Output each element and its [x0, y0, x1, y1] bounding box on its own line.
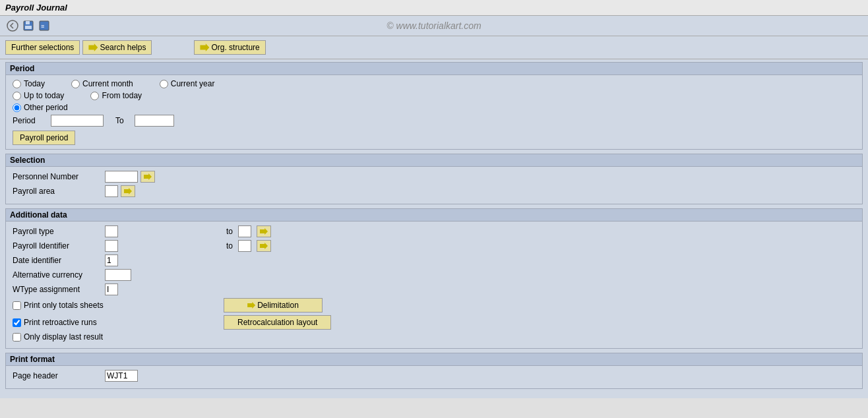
toolbar: ≡ © www.tutorialkart.com: [0, 16, 868, 36]
radio-current-month-label: Current month: [82, 79, 133, 88]
print-retroactive-left: Print retroactive runs: [13, 318, 224, 327]
personnel-number-row: Personnel Number: [13, 171, 855, 183]
personnel-number-arrow-btn[interactable]: [140, 171, 155, 183]
date-identifier-input[interactable]: [105, 254, 118, 266]
svg-point-0: [7, 20, 18, 31]
payroll-identifier-label: Payroll Identifier: [13, 241, 105, 251]
svg-rect-2: [26, 21, 30, 24]
further-selections-tab[interactable]: Further selections: [5, 40, 80, 55]
title-bar: Payroll Journal: [0, 0, 868, 16]
delimitation-label: Delimitation: [257, 301, 299, 310]
retrocalculation-label: Retrocalculation layout: [237, 318, 317, 327]
radio-from-today-input[interactable]: [90, 92, 99, 100]
back-icon[interactable]: [5, 18, 20, 33]
radio-today[interactable]: Today: [13, 79, 45, 88]
only-display-last-container: Only display last result: [13, 332, 103, 342]
payroll-type-to-label: to: [226, 227, 233, 236]
radio-today-input[interactable]: [13, 80, 21, 88]
radio-other-period[interactable]: Other period: [13, 103, 68, 112]
date-identifier-row: Date identifier: [13, 254, 855, 266]
period-label: Period: [13, 116, 46, 125]
only-display-last-row: Only display last result: [13, 332, 855, 342]
only-display-last-label: Only display last result: [24, 332, 103, 342]
print-retroactive-checkbox[interactable]: [13, 318, 21, 327]
page-header-row: Page header: [13, 370, 855, 382]
payroll-period-button[interactable]: Payroll period: [13, 131, 75, 145]
print-format-section: Print format Page header: [5, 353, 863, 389]
radio-other-period-input[interactable]: [13, 104, 21, 112]
alternative-currency-row: Alternative currency: [13, 269, 855, 281]
payroll-type-to-input[interactable]: [238, 225, 251, 237]
radio-from-today[interactable]: From today: [90, 91, 142, 100]
period-to-input[interactable]: [135, 115, 174, 127]
payroll-type-arrow-btn[interactable]: [257, 225, 271, 237]
print-only-totals-label: Print only totals sheets: [24, 301, 104, 310]
print-retroactive-right: Retrocalculation layout: [224, 315, 331, 330]
print-retroactive-row: Print retroactive runs Retrocalculation …: [13, 315, 855, 330]
radio-other-period-label: Other period: [24, 103, 68, 112]
payroll-identifier-left: Payroll Identifier: [13, 240, 224, 252]
watermark: © www.tutorialkart.com: [387, 20, 481, 31]
payroll-period-row: Payroll period: [13, 131, 855, 145]
radio-from-today-label: From today: [102, 91, 142, 100]
shortcut-icon[interactable]: ≡: [37, 18, 51, 33]
payroll-identifier-to-input[interactable]: [238, 240, 251, 252]
wtype-row: WType assignment: [13, 284, 855, 295]
save-icon[interactable]: [21, 18, 36, 33]
page-title: Payroll Journal: [5, 3, 67, 13]
payroll-identifier-right: to: [224, 240, 271, 252]
page-header-input[interactable]: [105, 370, 138, 382]
radio-current-year-input[interactable]: [160, 80, 168, 88]
radio-current-month-input[interactable]: [71, 80, 80, 88]
only-display-last-checkbox[interactable]: [13, 333, 21, 342]
payroll-area-label: Payroll area: [13, 187, 105, 196]
radio-current-month[interactable]: Current month: [71, 79, 133, 88]
additional-data-header: Additional data: [6, 209, 862, 222]
main-content: Period Today Current month Current year: [0, 59, 868, 398]
payroll-area-input[interactable]: [105, 185, 118, 197]
payroll-type-right: to: [224, 225, 271, 237]
selection-body: Personnel Number Payroll area: [6, 167, 862, 204]
payroll-period-label: Payroll period: [20, 133, 68, 142]
payroll-type-row: Payroll type to: [13, 225, 855, 237]
payroll-identifier-arrow-icon: [260, 243, 268, 249]
payroll-area-arrow-icon: [124, 188, 132, 194]
tab-row: Further selections Search helps Org. str…: [0, 36, 868, 59]
org-structure-arrow-icon: [200, 44, 209, 51]
radio-up-to-today-input[interactable]: [13, 92, 21, 100]
payroll-area-arrow-btn[interactable]: [121, 185, 135, 197]
personnel-number-arrow-icon: [144, 173, 152, 180]
wtype-input[interactable]: [105, 284, 118, 295]
payroll-type-left: Payroll type: [13, 225, 224, 237]
print-totals-right: Delimitation: [224, 298, 323, 313]
delimitation-button[interactable]: Delimitation: [224, 298, 323, 313]
search-helps-label: Search helps: [100, 43, 146, 52]
to-label: To: [115, 116, 124, 125]
search-helps-tab[interactable]: Search helps: [82, 40, 152, 55]
alternative-currency-input[interactable]: [105, 269, 131, 281]
print-only-totals-checkbox[interactable]: [13, 301, 21, 310]
alternative-currency-label: Alternative currency: [13, 270, 105, 280]
payroll-identifier-input[interactable]: [105, 240, 118, 252]
period-body: Today Current month Current year Up to t…: [6, 75, 862, 149]
period-section: Period Today Current month Current year: [5, 62, 863, 150]
additional-data-body: Payroll type to Payroll Identifier: [6, 222, 862, 348]
print-format-body: Page header: [6, 366, 862, 388]
retrocalculation-button[interactable]: Retrocalculation layout: [224, 315, 331, 330]
radio-up-to-today[interactable]: Up to today: [13, 91, 64, 100]
date-identifier-label: Date identifier: [13, 256, 105, 265]
selection-section: Selection Personnel Number Payroll area: [5, 154, 863, 204]
org-structure-tab[interactable]: Org. structure: [194, 40, 265, 55]
wtype-label: WType assignment: [13, 285, 105, 294]
payroll-type-arrow-icon: [260, 228, 268, 235]
additional-data-section: Additional data Payroll type to: [5, 208, 863, 349]
print-totals-row: Print only totals sheets Delimitation: [13, 298, 855, 313]
period-radio-row-1: Today Current month Current year: [13, 79, 855, 88]
payroll-type-input[interactable]: [105, 225, 118, 237]
period-radio-row-3: Other period: [13, 103, 855, 112]
period-from-input[interactable]: [51, 115, 104, 127]
personnel-number-input[interactable]: [105, 171, 138, 183]
payroll-identifier-to-label: to: [226, 241, 233, 251]
payroll-identifier-arrow-btn[interactable]: [257, 240, 271, 252]
radio-current-year[interactable]: Current year: [160, 79, 215, 88]
